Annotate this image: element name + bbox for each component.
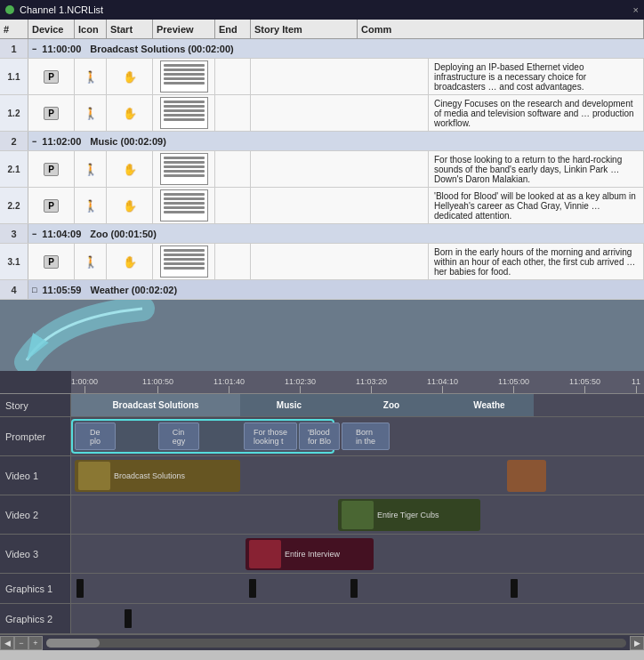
group-row-3[interactable]: 3 − 11:04:09 Zoo (00:01:50) <box>0 224 644 244</box>
col-device: Device <box>28 20 75 38</box>
video1-right-thumb <box>507 460 546 492</box>
video2-row-content: Entire Tiger Cubs <box>71 495 644 534</box>
graphics1-row-content <box>71 574 644 603</box>
video3-row-label: Video 3 <box>0 535 71 573</box>
scroll-thumb[interactable] <box>46 639 100 648</box>
comment-3-1: Born in the early hours of the morning a… <box>429 244 644 279</box>
thumb-label-broadcast: Broadcast Solutions <box>114 471 185 480</box>
row-num-1-1: 1.1 <box>0 59 28 94</box>
hand-icon-1-1: ✋ <box>123 70 137 84</box>
comment-1-1: Deploying an IP-based Ethernet video inf… <box>429 59 644 94</box>
graphics1-bar-4 <box>511 579 518 598</box>
tick-6: 11:05:00 <box>498 377 529 393</box>
table-row-2-1[interactable]: 2.1 P 🚶 ✋ For those looking to a return … <box>0 151 644 188</box>
end-1-1 <box>215 59 251 94</box>
p-btn-2-1[interactable]: P <box>44 163 59 176</box>
timeline-scrollbar[interactable]: ◀ − + ▶ <box>0 634 644 650</box>
icon-person-1-2: 🚶 <box>75 95 107 131</box>
group-time-2: 11:02:00 <box>42 136 81 147</box>
arrow-svg <box>0 300 178 371</box>
graphics1-bar-2 <box>249 579 256 598</box>
thumb-label-interview: Entire Interview <box>285 550 340 559</box>
col-preview: Preview <box>153 20 215 38</box>
group-row-2[interactable]: 2 − 11:02:00 Music (00:02:09) <box>0 132 644 151</box>
group-row-4[interactable]: 4 □ 11:05:59 Weather (00:02:02) <box>0 280 644 300</box>
table-row-1-2[interactable]: 1.2 P 🚶 ✋ Cinegy Focuses on the research… <box>0 95 644 132</box>
col-start: Start <box>107 20 153 38</box>
prompter-seg-born: Bornin the <box>342 423 390 450</box>
p-btn-1-1[interactable]: P <box>44 70 59 84</box>
col-end: End <box>215 20 251 38</box>
video1-timeline-row: Video 1 Broadcast Solutions <box>0 456 644 495</box>
end-1-2 <box>215 95 251 131</box>
scroll-minus-btn[interactable]: − <box>14 636 28 650</box>
group-title-4: Weather (00:02:02) <box>90 285 177 295</box>
table-row-2-2[interactable]: 2.2 P 🚶 ✋ 'Blood for Blood' will be look… <box>0 188 644 224</box>
graphics1-row-label: Graphics 1 <box>0 574 71 603</box>
comment-2-1: For those looking to a return to the har… <box>429 151 644 187</box>
group-row-1[interactable]: 1 − 11:00:00 Broadcast Solutions (00:02:… <box>0 39 644 59</box>
start-1-1: ✋ <box>107 59 153 94</box>
group-title-1: Broadcast Solutions (00:02:00) <box>90 44 233 54</box>
scroll-plus-btn[interactable]: + <box>28 636 43 650</box>
group-time-1: 11:00:00 <box>42 44 81 54</box>
row-num-2-2: 2.2 <box>0 188 28 223</box>
tick-3: 11:02:30 <box>285 377 316 393</box>
graphics1-bar-1 <box>76 579 84 598</box>
scroll-track[interactable] <box>46 639 626 648</box>
title-bar-title: Channel 1.NCRList <box>20 4 628 15</box>
person-icon-1-1: 🚶 <box>84 70 98 84</box>
group-num-4: 4 <box>0 280 28 299</box>
graphics2-row-content <box>71 604 644 633</box>
table-row-1-1[interactable]: 1.1 P 🚶 ✋ Deploying an IP-based Ethernet… <box>0 59 644 95</box>
p-btn-1-2[interactable]: P <box>44 107 59 120</box>
expand-icon-2[interactable]: − <box>32 137 36 146</box>
comment-1-2: Cinegy Focuses on the research and devel… <box>429 95 644 131</box>
title-bar: Channel 1.NCRList × <box>0 0 644 20</box>
group-num-1: 1 <box>0 39 28 58</box>
col-num: # <box>0 20 28 38</box>
p-btn-3-1[interactable]: P <box>44 255 59 269</box>
group-time-3: 11:04:09 <box>42 229 81 239</box>
prompter-seg-blood: 'Bloodfor Blo <box>299 423 340 450</box>
tick-5: 11:04:10 <box>427 377 458 393</box>
thumb-label-tiger: Entire Tiger Cubs <box>377 511 439 519</box>
tick-4: 11:03:20 <box>356 377 387 393</box>
expand-icon-3[interactable]: − <box>32 229 36 238</box>
row-num-1-2: 1.2 <box>0 95 28 131</box>
prompter-seg-cinegy: Cinegy <box>158 423 199 450</box>
story-seg-weather: Weathe <box>445 394 534 416</box>
tick-2: 11:01:40 <box>213 377 245 393</box>
tick-8: 11 <box>632 377 640 393</box>
story-seg-music: Music <box>240 394 338 416</box>
video2-tiger-thumb: Entire Tiger Cubs <box>338 499 480 531</box>
scroll-right-btn[interactable]: ▶ <box>630 636 644 650</box>
expand-icon-4[interactable]: □ <box>32 286 36 294</box>
video3-row-content: Entire Interview <box>71 535 644 573</box>
scroll-left-btn[interactable]: ◀ <box>0 636 14 650</box>
video2-timeline-row: Video 2 Entire Tiger Cubs <box>0 495 644 535</box>
table-row-3-1[interactable]: 3.1 P 🚶 ✋ Born in the early hours of the… <box>0 244 644 280</box>
col-story-item: Story Item <box>251 20 358 38</box>
tick-0: 1:00:00 <box>71 377 98 393</box>
thumb-color-interview <box>249 540 281 568</box>
col-icon: Icon <box>75 20 107 38</box>
close-button[interactable]: × <box>633 4 639 15</box>
row-num-3-1: 3.1 <box>0 244 28 279</box>
preview-1-1 <box>153 59 215 94</box>
story-timeline-row: Story Broadcast Solutions Music Zoo Weat… <box>0 394 644 417</box>
prompter-seg-deplo: Deplo <box>75 423 116 450</box>
timeline-section: 1:00:00 11:00:50 11:01:40 11:02:30 11:03… <box>0 371 644 650</box>
preview-1-2 <box>153 95 215 131</box>
expand-icon-1[interactable]: − <box>32 44 36 53</box>
video3-timeline-row: Video 3 Entire Interview <box>0 535 644 574</box>
video3-interview-thumb: Entire Interview <box>246 538 374 570</box>
thumb-color-tiger <box>342 501 374 529</box>
video1-row-label: Video 1 <box>0 456 71 495</box>
prompter-row-content: Deplo Cinegy For thoselooking t 'Bloodfo… <box>71 417 644 455</box>
thumb-color-broadcast <box>78 462 110 490</box>
row-num-2-1: 2.1 <box>0 151 28 187</box>
p-btn-2-2[interactable]: P <box>44 199 59 213</box>
video1-broadcast-thumb: Broadcast Solutions <box>75 460 240 492</box>
story-row-label: Story <box>0 394 71 416</box>
